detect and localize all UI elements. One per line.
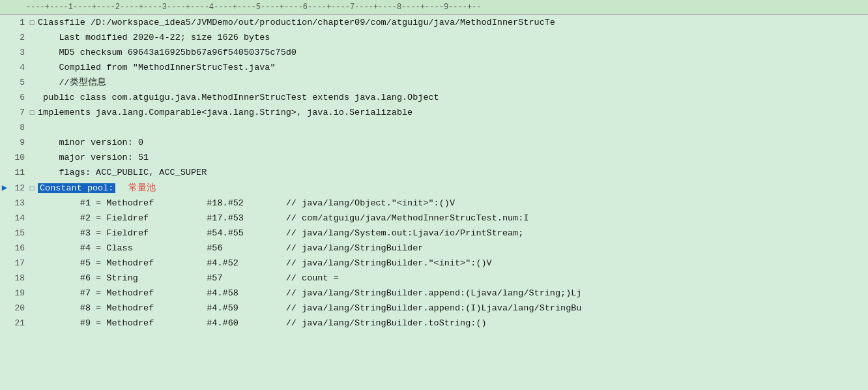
line-number: 14 (9, 211, 27, 226)
arrow-indicator (0, 165, 9, 179)
line-number: 9 (9, 136, 27, 150)
line-content: Classfile /D:/workspace_idea5/JVMDemo/ou… (36, 16, 555, 30)
fold-indicator (27, 166, 36, 180)
ruler: ----+----1----+----2----+----3----+----4… (0, 0, 868, 15)
fold-indicator (27, 31, 36, 45)
arrow-indicator (0, 45, 9, 59)
line-number: 11 (9, 166, 27, 180)
fold-indicator (27, 121, 36, 135)
code-line: 5 //类型信息 (0, 75, 868, 90)
arrow-indicator (0, 286, 9, 300)
line-content: #6 = String #57 // count = (36, 271, 339, 286)
code-line: 20 #8 = Methodref #4.#59 // java/lang/St… (0, 301, 868, 316)
code-line: 13 #1 = Methodref #18.#52 // java/lang/O… (0, 196, 868, 211)
arrow-indicator (0, 105, 9, 119)
line-number: 19 (9, 286, 27, 301)
fold-indicator (27, 241, 36, 256)
fold-indicator (27, 61, 36, 75)
arrow-indicator (0, 90, 9, 104)
code-line: 3 MD5 checksum 69643a16925bb67a96f540503… (0, 45, 868, 60)
fold-indicator (27, 226, 36, 241)
arrow-indicator (0, 271, 9, 285)
line-content: #3 = Fieldref #54.#55 // java/lang/Syste… (36, 226, 523, 241)
line-number: 18 (9, 271, 27, 286)
line-number: 7 (9, 106, 27, 120)
constant-pool-label: Constant pool: (38, 183, 115, 193)
fold-indicator (27, 46, 36, 60)
arrow-indicator: ▶ (0, 181, 9, 195)
line-number: 21 (9, 316, 27, 331)
line-content: implements java.lang.Comparable<java.lan… (36, 106, 412, 120)
line-content: Last modified 2020-4-22; size 1626 bytes (36, 31, 270, 45)
line-number: 1 (9, 16, 27, 30)
line-number: 8 (9, 121, 27, 135)
line-number: 12 (9, 181, 27, 196)
fold-indicator (27, 301, 36, 316)
line-content: #5 = Methodref #4.#52 // java/lang/Strin… (36, 256, 492, 271)
arrow-indicator (0, 256, 9, 270)
fold-indicator (27, 136, 36, 150)
chinese-annotation: 常量池 (128, 182, 156, 192)
line-content: #4 = Class #56 // java/lang/StringBuilde… (36, 241, 423, 256)
arrow-indicator (0, 226, 9, 240)
arrow-indicator (0, 301, 9, 315)
line-content: major version: 51 (36, 151, 149, 165)
line-content: public class com.atguigu.java.MethodInne… (36, 91, 439, 105)
fold-indicator (27, 151, 36, 165)
line-number: 3 (9, 46, 27, 60)
fold-indicator (27, 316, 36, 331)
line-content: //类型信息 (36, 76, 106, 90)
code-line: 21 #9 = Methodref #4.#60 // java/lang/St… (0, 316, 868, 331)
line-content: Compiled from "MethodInnerStrucTest.java… (36, 61, 276, 75)
fold-indicator (27, 211, 36, 226)
code-line: 9 minor version: 0 (0, 135, 868, 150)
arrow-indicator (0, 15, 9, 29)
arrow-indicator (0, 60, 9, 74)
line-content: #8 = Methodref #4.#59 // java/lang/Strin… (36, 301, 581, 316)
line-number: 17 (9, 256, 27, 271)
line-number: 15 (9, 226, 27, 241)
code-line: 6 public class com.atguigu.java.MethodIn… (0, 90, 868, 105)
arrow-indicator (0, 120, 9, 134)
line-content: Constant pool:常量池 (36, 180, 156, 196)
line-content: #2 = Fieldref #17.#53 // com/atguigu/jav… (36, 211, 528, 226)
code-line: ▶12□Constant pool:常量池 (0, 180, 868, 196)
fold-indicator (27, 286, 36, 301)
code-line: 14 #2 = Fieldref #17.#53 // com/atguigu/… (0, 211, 868, 226)
fold-indicator: □ (27, 181, 36, 196)
arrow-indicator (0, 150, 9, 164)
arrow-indicator (0, 135, 9, 149)
fold-indicator (27, 256, 36, 271)
code-line: 8 (0, 120, 868, 135)
code-line: 15 #3 = Fieldref #54.#55 // java/lang/Sy… (0, 226, 868, 241)
line-number: 6 (9, 91, 27, 105)
fold-indicator (27, 76, 36, 90)
code-line: 19 #7 = Methodref #4.#58 // java/lang/St… (0, 286, 868, 301)
code-line: 10 major version: 51 (0, 150, 868, 165)
line-number: 10 (9, 151, 27, 165)
fold-indicator: □ (27, 16, 36, 30)
arrow-indicator (0, 30, 9, 44)
code-line: 7□implements java.lang.Comparable<java.l… (0, 105, 868, 120)
code-line: 18 #6 = String #57 // count = (0, 271, 868, 286)
line-content: #9 = Methodref #4.#60 // java/lang/Strin… (36, 316, 487, 331)
code-line: 1□Classfile /D:/workspace_idea5/JVMDemo/… (0, 15, 868, 30)
line-content: MD5 checksum 69643a16925bb67a96f54050375… (36, 46, 297, 60)
editor-container: ----+----1----+----2----+----3----+----4… (0, 0, 868, 390)
line-content: #7 = Methodref #4.#58 // java/lang/Strin… (36, 286, 581, 301)
code-line: 17 #5 = Methodref #4.#52 // java/lang/St… (0, 256, 868, 271)
line-number: 20 (9, 301, 27, 316)
code-line: 4 Compiled from "MethodInnerStrucTest.ja… (0, 60, 868, 75)
fold-indicator (27, 91, 36, 105)
arrow-indicator (0, 196, 9, 210)
line-number: 2 (9, 31, 27, 45)
line-number: 13 (9, 196, 27, 211)
arrow-indicator (0, 211, 9, 225)
arrow-indicator (0, 316, 9, 330)
fold-indicator (27, 271, 36, 286)
line-number: 4 (9, 61, 27, 75)
code-line: 16 #4 = Class #56 // java/lang/StringBui… (0, 241, 868, 256)
line-content: flags: ACC_PUBLIC, ACC_SUPER (36, 166, 207, 180)
arrow-indicator (0, 241, 9, 255)
fold-indicator (27, 196, 36, 211)
